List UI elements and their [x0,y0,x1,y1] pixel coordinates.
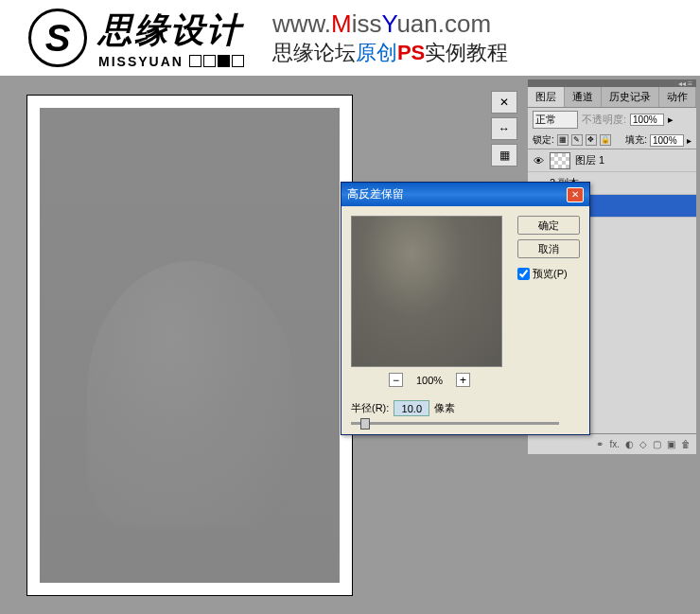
tool-button[interactable]: ↔ [491,117,517,140]
logo-en: MISSYUAN [98,54,244,69]
lock-label: 锁定: [533,133,554,147]
logo-text: 思缘设计 MISSYUAN [98,8,244,69]
high-pass-dialog: 高反差保留 ✕ − 100% + 确定 取消 预览(P) [341,182,590,435]
fill-label: 填充: [625,133,647,147]
radius-row: 半径(R): 像素 [341,396,589,422]
panel-tabs: 图层 通道 历史记录 动作 [528,87,696,108]
zoom-controls: − 100% + [351,373,508,387]
preview-checkbox[interactable] [517,268,530,280]
square-icon [203,55,216,67]
logo-cn: 思缘设计 [98,8,244,54]
preview-box[interactable] [351,216,502,367]
layers-footer: ⚭ fx. ◐ ◇ ▢ ▣ 🗑 [528,433,696,454]
lock-move-icon[interactable]: ✥ [586,134,597,146]
dialog-titlebar[interactable]: 高反差保留 ✕ [341,183,589,206]
header-right: www.MissYuan.com 思缘论坛原创PS实例教程 [272,9,508,67]
slider-thumb[interactable] [360,418,370,430]
blend-mode-row: 正常 不透明度: 100% ▸ [528,108,696,132]
site-url: www.MissYuan.com [272,9,508,39]
fill-value[interactable]: 100% [650,134,684,147]
tool-button[interactable]: ✕ [491,91,517,114]
layer-name: 图层 1 [575,153,604,167]
preview-checkbox-row[interactable]: 预览(P) [517,267,580,281]
preview-image [352,217,501,366]
page-header: S 思缘设计 MISSYUAN www.MissYuan.com 思缘论坛原创P… [0,0,700,76]
tab-history[interactable]: 历史记录 [602,87,659,107]
radius-input[interactable] [394,400,429,416]
canvas[interactable] [26,95,353,596]
tab-channels[interactable]: 通道 [565,87,602,107]
lock-transparent-icon[interactable]: ▦ [557,134,569,146]
square-icon [189,55,201,67]
zoom-out-button[interactable]: − [389,373,403,387]
new-layer-icon[interactable]: ▣ [667,439,675,449]
tab-actions[interactable]: 动作 [659,87,696,107]
square-icon [232,55,244,67]
layer-row[interactable]: 👁 图层 1 [528,149,696,172]
logo-icon: S [28,9,87,67]
lock-all-icon[interactable]: 🔒 [600,134,611,146]
opacity-label: 不透明度: [582,113,626,127]
chevron-right-icon[interactable]: ▸ [668,114,674,126]
link-icon[interactable]: ⚭ [596,439,604,449]
dialog-title: 高反差保留 [347,186,404,202]
workspace: ✕ ↔ ▦ ◂◂ ≡ 图层 通道 历史记录 动作 正常 不透明度: 100% ▸… [0,76,700,614]
radius-label: 半径(R): [351,401,389,415]
fx-icon[interactable]: fx. [609,439,620,449]
lock-brush-icon[interactable]: ✎ [571,134,583,146]
visibility-icon[interactable]: 👁 [532,155,545,167]
radius-slider[interactable] [341,422,589,434]
zoom-in-button[interactable]: + [456,373,470,387]
opacity-value[interactable]: 100% [630,114,664,126]
tool-button[interactable]: ▦ [491,144,517,167]
radius-unit: 像素 [434,401,455,415]
ok-button[interactable]: 确定 [517,216,580,235]
panel-header-bar: ◂◂ ≡ [528,79,696,87]
tool-palette: ✕ ↔ ▦ [491,91,523,167]
layer-thumbnail[interactable] [550,152,570,169]
mask-icon[interactable]: ◐ [625,439,634,449]
folder-icon[interactable]: ▢ [653,439,661,449]
preview-label: 预览(P) [533,267,568,281]
lock-row: 锁定: ▦ ✎ ✥ 🔒 填充: 100% ▸ [528,132,696,149]
trash-icon[interactable]: 🗑 [681,439,691,449]
tab-layers[interactable]: 图层 [528,87,565,107]
slogan: 思缘论坛原创PS实例教程 [272,39,508,67]
zoom-value: 100% [416,375,443,386]
canvas-image [40,108,340,583]
chevron-right-icon[interactable]: ▸ [687,135,691,146]
adjustment-icon[interactable]: ◇ [639,439,647,449]
close-icon[interactable]: ✕ [567,187,584,202]
cancel-button[interactable]: 取消 [517,239,580,258]
square-filled-icon [218,55,230,67]
panel-menu-icon[interactable]: ◂◂ ≡ [678,79,692,87]
blend-mode-select[interactable]: 正常 [533,111,578,129]
